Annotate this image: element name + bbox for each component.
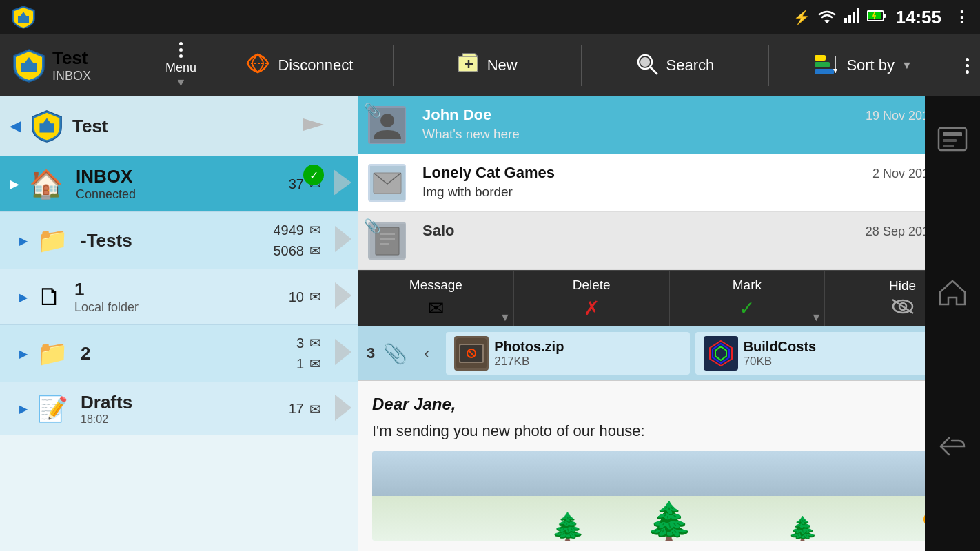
clock: 14:55 [893,7,941,28]
inbox-icon: 🏠 [29,168,63,200]
svg-point-11 [640,57,650,67]
tests-count: 4949 ✉ 5068 ✉ [274,222,322,259]
folder2-info: 2 [81,343,289,364]
email-body-text: I'm sending you new photo of our house: [372,422,966,440]
search-button[interactable]: Search [584,48,766,83]
tests-expand-icon: ▶ [19,234,28,247]
mark-action-button[interactable]: Mark ✓ ▼ [670,271,826,326]
status-bar-right: ⚡ [793,7,969,28]
side-nav-recents-button[interactable] [932,122,973,156]
email3-sender: Salo [422,222,454,240]
sidebar-account-name: Test [72,116,108,137]
delete-action-label: Delete [573,278,611,293]
wifi-icon [817,8,837,27]
svg-rect-14 [815,62,830,67]
folder1-name: 1 [74,279,282,300]
drafts-info: Drafts 18:02 [81,392,282,426]
new-button[interactable]: New [396,47,578,85]
email1-body: John Doe 19 Nov 2012 22:52 What's new he… [422,106,970,142]
sidebar-expand-icon: ◀ [10,117,21,135]
search-label: Search [666,56,715,74]
sidebar-folder-inbox[interactable]: ▶ 🏠 INBOX Connected 37 ✉ ✓ [0,156,358,211]
disconnect-icon [245,53,271,79]
hide-action-label: Hide [889,278,916,293]
attachment-thumb-2 [704,336,738,371]
svg-rect-13 [815,55,826,61]
disconnect-button[interactable]: Disconnect [208,48,390,84]
email1-header: John Doe 19 Nov 2012 22:52 [422,106,970,124]
search-icon [636,53,660,78]
sidebar-folder-drafts[interactable]: ▶ 📝 Drafts 18:02 17 ✉ [0,382,358,435]
side-nav-back-button[interactable] [932,429,973,464]
email-item-2[interactable]: Lonely Cat Games 2 Nov 2012 23:08 Img wi… [358,154,980,212]
sidebar-folder-tests[interactable]: ▶ 📁 -Tests 4949 ✉ 5068 ✉ [0,211,358,269]
folder2-name: 2 [81,343,289,364]
attachment-item-1[interactable]: Photos.zip 217KB [446,332,689,375]
attachment-bar: 3 📎 ‹ Photos.zip 217KB [358,326,980,381]
toolbar-account-sub: INBOX [52,69,91,83]
folder1-count1: 10 [289,289,304,305]
sidebar-folder-expand-icon: ▶ [10,176,19,191]
email-content: ⚙ Dear Jane, I'm sending you new photo o… [358,381,980,551]
email-photo: 🌲 🌲 🌲 [372,451,966,541]
toolbar-account: Test INBOX [6,48,157,83]
action-bar: Message ✉ ▼ Delete ✗ Mark ✓ ▼ Hide [358,270,980,326]
tests-folder-info: -Tests [81,230,267,251]
tests-count2: 5068 [274,243,305,259]
sidebar-folder-1[interactable]: ▶ 🗋 1 Local folder 10 ✉ [0,269,358,324]
message-action-button[interactable]: Message ✉ ▼ [358,271,514,326]
email2-header: Lonely Cat Games 2 Nov 2012 23:08 [422,164,970,182]
email-greeting: Dear Jane, [372,395,966,414]
folder1-count: 10 ✉ [289,289,321,305]
account-shield-icon [11,48,47,83]
folder1-envelope-icon: ✉ [309,289,321,305]
sidebar-account-arrow [303,114,324,138]
folder2-icon: 📁 [37,339,68,368]
new-label: New [487,56,518,74]
email1-subject: What's new here [422,127,520,142]
right-panel: 📎 John Doe 19 Nov 2012 22:52 [358,96,980,551]
email1-avatar-container: 📎 [368,106,414,144]
tests-count1: 4949 [274,222,305,238]
folder2-arrow [335,339,351,368]
menu-button[interactable]: Menu ▼ [160,37,202,94]
attachment-info-1: Photos.zip 217KB [494,339,564,368]
menu-label: Menu [165,61,196,75]
attachment-item-2[interactable]: BuildCosts 70KB [695,332,939,375]
email-item-3[interactable]: 📎 Salo 28 Sep 2012 14:5 [358,212,980,270]
svg-rect-1 [848,15,851,23]
toolbar-overflow-button[interactable] [960,52,974,79]
email1-footer: What's new here 561KB [422,127,970,142]
tests-envelope2-icon: ✉ [309,242,321,259]
overflow-icon[interactable]: ⋮ [954,8,969,26]
sidebar-account-row[interactable]: ◀ Test [0,96,358,156]
sidebar: ◀ Test ▶ 🏠 INBOX Connected [0,96,358,551]
email-item-1[interactable]: 📎 John Doe 19 Nov 2012 22:52 [358,96,980,154]
mark-action-label: Mark [733,278,762,293]
drafts-time: 18:02 [81,413,282,426]
attachment-info-2: BuildCosts 70KB [744,339,817,368]
attachment-name-1: Photos.zip [494,339,564,355]
email-list: 📎 John Doe 19 Nov 2012 22:52 [358,96,980,270]
delete-action-button[interactable]: Delete ✗ [514,271,670,326]
folder1-icon: 🗋 [37,282,62,311]
delete-action-icon: ✗ [584,297,600,320]
attachment-prev-button[interactable]: ‹ [413,340,440,367]
drafts-count: 17 ✉ [289,401,321,417]
svg-rect-15 [815,69,834,74]
side-nav-home-button[interactable] [932,276,973,310]
drafts-count1: 17 [289,401,304,417]
svg-marker-20 [335,226,351,252]
tests-name: -Tests [81,230,267,251]
folder1-sub: Local folder [74,300,282,315]
drafts-icon: 📝 [37,395,68,424]
mark-action-icon: ✓ [739,297,755,320]
folder2-count1: 3 [296,335,304,351]
sort-button[interactable]: Sort by ▼ [772,48,954,83]
side-nav [925,34,980,551]
sidebar-folder-info: INBOX Connected [76,166,282,202]
drafts-arrow [335,395,351,424]
toolbar: Test INBOX Menu ▼ Disconnect [0,34,980,96]
svg-rect-48 [943,145,954,147]
sidebar-folder-2[interactable]: ▶ 📁 2 3 ✉ 1 ✉ [0,324,358,382]
